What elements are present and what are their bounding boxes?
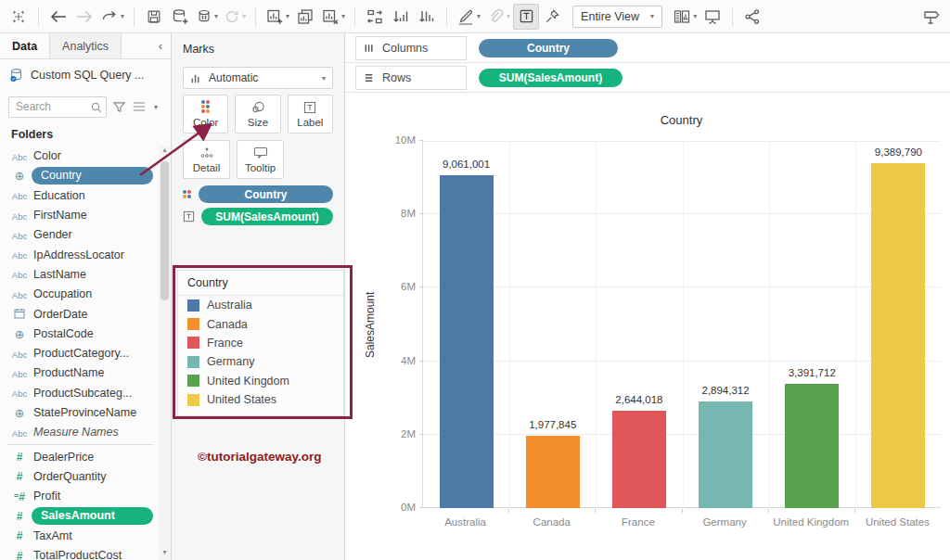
field-item-productname[interactable]: AbcProductName bbox=[0, 363, 159, 383]
dropdown-caret-icon[interactable]: ▾ bbox=[154, 103, 158, 111]
share-button[interactable] bbox=[739, 4, 765, 30]
new-worksheet-button[interactable]: ▾ bbox=[263, 4, 292, 30]
abc-icon: Abc bbox=[12, 369, 27, 379]
show-hide-cards-button[interactable]: ▾ bbox=[670, 4, 700, 30]
field-item-stateprovincename[interactable]: ⊕StateProvinceName bbox=[0, 403, 159, 423]
size-button[interactable]: Size bbox=[235, 95, 280, 134]
bar-france[interactable] bbox=[612, 411, 666, 508]
chart-pane: Columns Country Rows SUM(SalesAmount) Co… bbox=[345, 33, 950, 560]
filter-icon[interactable] bbox=[112, 100, 126, 114]
bar-united-kingdom[interactable] bbox=[785, 384, 839, 508]
duplicate-sheet-button[interactable] bbox=[292, 4, 318, 30]
datasource-item[interactable]: Custom SQL Query ... bbox=[0, 59, 171, 91]
view-options-icon[interactable] bbox=[132, 100, 147, 113]
marks-pill-salesamount[interactable]: SUM(SalesAmount) bbox=[201, 208, 333, 225]
redo-button[interactable] bbox=[71, 4, 97, 30]
scrollbar-thumb[interactable] bbox=[160, 161, 169, 300]
field-label: OrderQuantity bbox=[32, 468, 159, 486]
sort-descending-button[interactable] bbox=[414, 4, 440, 30]
undo-button[interactable] bbox=[45, 4, 71, 30]
toolbar-separator bbox=[354, 6, 355, 27]
sort-ascending-button[interactable] bbox=[388, 4, 414, 30]
group-members-button[interactable]: ▾ bbox=[483, 4, 513, 30]
mark-type-dropdown[interactable]: Automatic ▾ bbox=[183, 67, 333, 89]
detail-button-label: Detail bbox=[193, 162, 220, 173]
field-item-dealerprice[interactable]: #DealerPrice bbox=[0, 447, 159, 466]
field-item-lastname[interactable]: AbcLastName bbox=[0, 265, 159, 285]
field-item-salesamount[interactable]: #SalesAmount bbox=[0, 506, 159, 526]
field-item-color[interactable]: AbcColor bbox=[0, 146, 159, 166]
clear-sheet-button[interactable]: ▾ bbox=[318, 4, 348, 30]
y-tick-label: 2M bbox=[379, 428, 416, 439]
bar-germany[interactable] bbox=[699, 401, 752, 508]
field-label: SalesAmount bbox=[32, 507, 153, 525]
x-tick-mark bbox=[508, 509, 509, 513]
legend-item-united-states[interactable]: United States bbox=[178, 390, 343, 409]
marks-pill-country[interactable]: Country bbox=[199, 185, 333, 203]
field-item-gender[interactable]: AbcGender bbox=[0, 225, 159, 245]
fix-axes-button[interactable] bbox=[539, 4, 565, 30]
bar-canada[interactable] bbox=[526, 436, 580, 508]
legend-item-united-kingdom[interactable]: United Kingdom bbox=[178, 372, 343, 390]
swap-rows-columns-button[interactable] bbox=[362, 4, 388, 30]
size-button-label: Size bbox=[248, 117, 268, 128]
replay-button[interactable]: ▾ bbox=[97, 4, 127, 30]
tooltip-button[interactable]: Tooltip bbox=[237, 140, 284, 179]
new-data-source-button[interactable] bbox=[167, 4, 193, 30]
field-item-ipaddresslocator[interactable]: AbcIpAddressLocator bbox=[0, 245, 159, 264]
field-item-productcategory-[interactable]: AbcProductCategory... bbox=[0, 344, 159, 363]
scroll-up-icon[interactable]: ▲ bbox=[159, 146, 171, 158]
rows-shelf[interactable]: Rows SUM(SalesAmount) bbox=[345, 63, 950, 93]
label-button[interactable]: Label bbox=[288, 95, 333, 134]
bar-united-states[interactable] bbox=[871, 163, 925, 508]
field-item-measure-names[interactable]: AbcMeasure Names bbox=[0, 423, 159, 442]
save-button[interactable] bbox=[141, 4, 167, 30]
bar-australia[interactable] bbox=[440, 175, 494, 508]
legend-item-australia[interactable]: Australia bbox=[178, 296, 343, 314]
abc-icon: Abc bbox=[12, 290, 27, 300]
field-item-orderquantity[interactable]: #OrderQuantity bbox=[0, 467, 159, 487]
field-label: IpAddressLocator bbox=[32, 247, 159, 264]
y-tick-label: 10M bbox=[379, 134, 416, 146]
legend-swatch bbox=[187, 318, 199, 330]
color-button[interactable]: Color bbox=[183, 95, 228, 134]
field-item-taxamt[interactable]: #TaxAmt bbox=[0, 527, 159, 546]
field-item-productsubcateg-[interactable]: AbcProductSubcateg... bbox=[0, 384, 159, 403]
show-mark-labels-button[interactable] bbox=[513, 4, 539, 30]
field-type-icon: # bbox=[7, 529, 32, 542]
field-item-profit[interactable]: =#Profit bbox=[0, 487, 159, 506]
field-item-firstname[interactable]: AbcFirstName bbox=[0, 206, 159, 225]
tab-analytics[interactable]: Analytics bbox=[49, 33, 122, 58]
refresh-data-button[interactable]: ▾ bbox=[221, 4, 249, 30]
highlight-button[interactable]: ▾ bbox=[454, 4, 483, 30]
bar-slot: 1,977,845 bbox=[509, 141, 596, 508]
tab-data[interactable]: Data bbox=[0, 33, 49, 58]
scroll-down-icon[interactable]: ▼ bbox=[159, 549, 171, 560]
size-icon bbox=[250, 101, 265, 114]
collapse-pane-button[interactable]: ‹ bbox=[150, 33, 171, 58]
detail-button[interactable]: Detail bbox=[183, 140, 230, 179]
color-dots-icon bbox=[201, 100, 211, 114]
field-item-orderdate[interactable]: OrderDate bbox=[0, 304, 159, 324]
columns-shelf[interactable]: Columns Country bbox=[345, 33, 950, 63]
field-item-totalproductcost[interactable]: #TotalProductCost bbox=[0, 546, 159, 560]
field-label: Country bbox=[32, 167, 153, 185]
presentation-mode-button[interactable] bbox=[700, 4, 725, 30]
field-type-icon bbox=[7, 308, 32, 321]
field-item-postalcode[interactable]: ⊕PostalCode bbox=[0, 325, 159, 344]
field-item-country[interactable]: ⊕Country bbox=[0, 166, 159, 185]
bar-slot: 9,389,790 bbox=[855, 141, 942, 508]
fit-selector[interactable]: Entire View ▾ bbox=[572, 6, 662, 28]
field-item-occupation[interactable]: AbcOccupation bbox=[0, 285, 159, 304]
sidebar-scrollbar[interactable]: ▲ ▼ bbox=[159, 146, 171, 560]
tableau-logo-icon[interactable] bbox=[6, 4, 32, 30]
field-item-education[interactable]: AbcEducation bbox=[0, 186, 159, 206]
legend-item-france[interactable]: France bbox=[178, 334, 343, 352]
tableau-window: ▾ ▾ ▾ ▾ ▾ bbox=[0, 0, 950, 560]
legend-item-canada[interactable]: Canada bbox=[178, 314, 343, 333]
legend-item-germany[interactable]: Germany bbox=[178, 352, 343, 371]
rows-pill-salesamount[interactable]: SUM(SalesAmount) bbox=[479, 69, 623, 87]
show-me-button[interactable] bbox=[918, 4, 944, 30]
pause-auto-updates-button[interactable]: ▾ bbox=[193, 4, 221, 30]
columns-pill-country[interactable]: Country bbox=[479, 39, 618, 57]
